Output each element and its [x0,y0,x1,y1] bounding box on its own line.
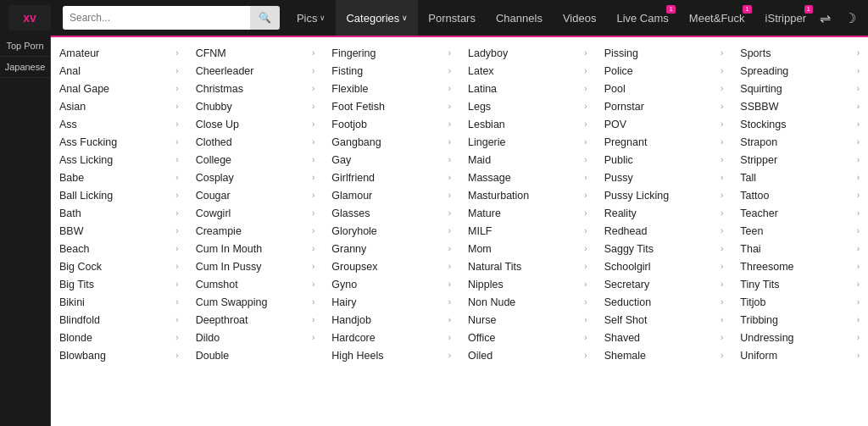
category-item[interactable]: Saggy Tits› [601,240,727,257]
category-item[interactable]: Pregnant› [601,133,727,151]
category-item[interactable]: Cum In Mouth› [192,240,319,257]
category-item[interactable]: High Heels› [328,346,454,364]
category-item[interactable]: Anal Gape› [56,80,182,97]
category-item[interactable]: Reality› [601,204,727,222]
category-item[interactable]: Blowbang› [56,346,182,364]
category-item[interactable]: Nipples› [465,275,591,293]
category-item[interactable]: Big Cock› [56,257,182,275]
category-item[interactable]: Creampie› [192,222,319,240]
category-item[interactable]: Christmas› [192,80,319,97]
category-item[interactable]: Girlfriend› [328,169,454,186]
category-item[interactable]: Beach› [56,240,182,257]
category-item[interactable]: Babe› [56,169,182,186]
category-item[interactable]: Fisting› [328,62,454,80]
category-item[interactable]: POV› [601,115,727,133]
category-item[interactable]: Pornstar› [601,97,727,115]
category-item[interactable]: Nurse› [465,311,591,329]
category-item[interactable]: MILF› [465,222,591,240]
category-item[interactable]: Stockings› [737,115,863,133]
category-item[interactable]: Schoolgirl› [601,257,727,275]
category-item[interactable]: Uniform› [737,346,863,364]
sidebar-item-top-porn[interactable]: Top Porn [0,36,50,57]
category-item[interactable]: Cougar› [192,186,319,204]
nav-item-pornstars[interactable]: Pornstars [418,0,486,36]
category-item[interactable]: Masturbation› [465,186,591,204]
category-item[interactable]: Thai› [737,240,863,257]
category-item[interactable]: Cum In Pussy› [192,257,319,275]
category-item[interactable]: Teen› [737,222,863,240]
category-item[interactable]: Footjob› [328,115,454,133]
category-item[interactable]: Tribbing› [737,311,863,329]
category-item[interactable]: Pussy Licking› [601,186,727,204]
category-item[interactable]: BBW› [56,222,182,240]
nav-item-channels[interactable]: Channels [486,0,553,36]
nav-item-categories[interactable]: Categories ∨ [336,0,418,36]
category-item[interactable]: Non Nude› [465,293,591,311]
category-item[interactable]: Mom› [465,240,591,257]
nav-item-videos[interactable]: Videos [553,0,607,36]
category-item[interactable]: Chubby› [192,97,319,115]
category-item[interactable]: Pussy› [601,169,727,186]
category-item[interactable]: College› [192,151,319,169]
category-item[interactable]: Shemale› [601,346,727,364]
category-item[interactable]: Spreading› [737,62,863,80]
category-item[interactable]: Pissing› [601,44,727,62]
category-item[interactable]: Close Up› [192,115,319,133]
category-item[interactable]: Foot Fetish› [328,97,454,115]
category-item[interactable]: Latina› [465,80,591,97]
category-item[interactable]: Pool› [601,80,727,97]
category-item[interactable]: Ladyboy› [465,44,591,62]
category-item[interactable]: Lesbian› [465,115,591,133]
category-item[interactable]: Flexible› [328,80,454,97]
category-item[interactable]: Bikini› [56,293,182,311]
shuffle-icon[interactable]: ⇌ [816,7,834,30]
category-item[interactable]: Ass Fucking› [56,133,182,151]
category-item[interactable]: Ass› [56,115,182,133]
category-item[interactable]: Latex› [465,62,591,80]
category-item[interactable]: Handjob› [328,311,454,329]
category-item[interactable]: Gloryhole› [328,222,454,240]
category-item[interactable]: Lingerie› [465,133,591,151]
category-item[interactable]: Amateur› [56,44,182,62]
category-item[interactable]: Cumshot› [192,275,319,293]
category-item[interactable]: Strapon› [737,133,863,151]
search-button[interactable]: 🔍 [250,6,280,30]
category-item[interactable]: Groupsex› [328,257,454,275]
category-item[interactable]: Public› [601,151,727,169]
category-item[interactable]: Undressing› [737,329,863,346]
category-item[interactable]: Natural Tits› [465,257,591,275]
category-item[interactable]: Granny› [328,240,454,257]
category-item[interactable]: Squirting› [737,80,863,97]
category-item[interactable]: Legs› [465,97,591,115]
category-item[interactable]: CFNM› [192,44,319,62]
category-item[interactable]: Gay› [328,151,454,169]
category-item[interactable]: Asian› [56,97,182,115]
category-item[interactable]: Threesome› [737,257,863,275]
category-item[interactable]: Tattoo› [737,186,863,204]
category-item[interactable]: Mature› [465,204,591,222]
category-item[interactable]: Stripper› [737,151,863,169]
category-item[interactable]: Gangbang› [328,133,454,151]
category-item[interactable]: Fingering› [328,44,454,62]
category-item[interactable]: Secretary› [601,275,727,293]
category-item[interactable]: Shaved› [601,329,727,346]
category-item[interactable]: Sports› [737,44,863,62]
category-item[interactable]: Big Tits› [56,275,182,293]
category-item[interactable]: Cum Swapping› [192,293,319,311]
category-item[interactable]: Blonde› [56,329,182,346]
category-item[interactable]: Titjob› [737,293,863,311]
category-item[interactable]: Cosplay› [192,169,319,186]
category-item[interactable]: Seduction› [601,293,727,311]
category-item[interactable]: Teacher› [737,204,863,222]
category-item[interactable]: Tiny Tits› [737,275,863,293]
category-item[interactable]: Redhead› [601,222,727,240]
category-item[interactable]: Hardcore› [328,329,454,346]
nav-item-live-cams[interactable]: Live Cams1 [606,0,678,36]
category-item[interactable]: SSBBW› [737,97,863,115]
category-item[interactable]: Ball Licking› [56,186,182,204]
category-item[interactable]: Ass Licking› [56,151,182,169]
category-item[interactable]: Hairy› [328,293,454,311]
category-item[interactable]: Oiled› [465,346,591,364]
category-item[interactable]: Self Shot› [601,311,727,329]
nav-item-pics[interactable]: Pics ∨ [287,0,337,36]
